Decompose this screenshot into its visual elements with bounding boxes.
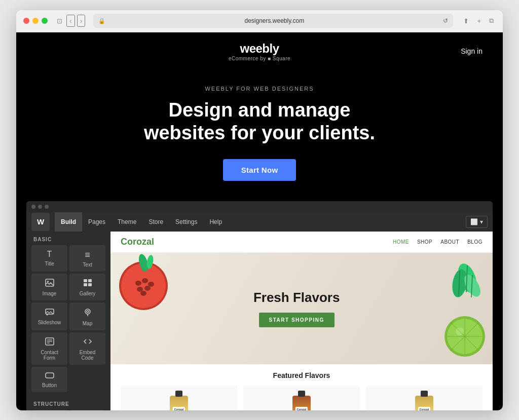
fullscreen-button[interactable] bbox=[42, 18, 48, 24]
editor-logo: W bbox=[31, 213, 50, 231]
url-text: designers.weebly.com bbox=[108, 17, 440, 24]
editor-nav-help[interactable]: Help bbox=[203, 212, 228, 232]
reload-icon[interactable]: ↺ bbox=[443, 17, 448, 24]
basic-items-grid: T Title ≡ Text Image bbox=[26, 245, 110, 396]
sidebar-item-image[interactable]: Image bbox=[31, 274, 67, 300]
editor-nav-store[interactable]: Store bbox=[142, 212, 169, 232]
hero-cta-button[interactable]: Start Now bbox=[223, 159, 296, 181]
svg-rect-5 bbox=[88, 283, 92, 286]
products-grid: Corozal Corozal Corozal bbox=[121, 386, 483, 410]
image-icon bbox=[45, 279, 54, 288]
inner-featured-section: Featured Flavors Corozal Corozal bbox=[110, 364, 493, 410]
svg-rect-4 bbox=[84, 283, 87, 286]
product-label-2: Corozal bbox=[295, 407, 308, 410]
product-bottle-1: Corozal bbox=[170, 396, 188, 410]
svg-rect-3 bbox=[88, 279, 92, 282]
inner-hero-title: Fresh Flavors bbox=[253, 290, 340, 306]
slideshow-label: Slideshow bbox=[38, 320, 61, 325]
editor-nav-settings[interactable]: Settings bbox=[169, 212, 203, 232]
product-card-3[interactable]: Corozal bbox=[366, 386, 483, 410]
hero-title: Design and managewebsites for your clien… bbox=[36, 99, 483, 145]
sidebar-item-gallery[interactable]: Gallery bbox=[69, 274, 105, 300]
close-button[interactable] bbox=[23, 18, 29, 24]
inner-nav-about[interactable]: ABOUT bbox=[440, 239, 459, 245]
browser-controls: ⊡ ‹ › bbox=[55, 15, 85, 27]
address-bar[interactable]: 🔒 designers.weebly.com ↺ bbox=[93, 14, 453, 28]
product-card-2[interactable]: Corozal bbox=[243, 386, 360, 410]
traffic-lights bbox=[23, 18, 48, 24]
browser-window: ⊡ ‹ › 🔒 designers.weebly.com ↺ ⬆ + ⧉ wee… bbox=[16, 10, 503, 410]
inner-nav-home[interactable]: HOME bbox=[393, 239, 409, 245]
svg-rect-15 bbox=[46, 373, 54, 378]
editor-dot-2 bbox=[38, 205, 42, 209]
featured-title: Featured Flavors bbox=[121, 371, 483, 379]
weebly-logo-area: weebly eCommerce by ■ Square bbox=[185, 42, 333, 61]
editor-nav-theme[interactable]: Theme bbox=[112, 212, 142, 232]
contact-form-label: Contact Form bbox=[35, 350, 63, 361]
sidebar-item-text[interactable]: ≡ Text bbox=[69, 245, 105, 272]
contact-form-icon bbox=[45, 337, 54, 347]
text-icon: ≡ bbox=[85, 250, 90, 259]
editor-nav-pages[interactable]: Pages bbox=[82, 212, 112, 232]
tab-switcher-icon[interactable]: ⊡ bbox=[55, 16, 64, 26]
sidebar-item-button[interactable]: Button bbox=[31, 367, 67, 392]
inner-site-nav: HOME SHOP ABOUT BLOG bbox=[393, 239, 483, 245]
sidebar-item-map[interactable]: Map bbox=[69, 302, 105, 330]
svg-point-22 bbox=[135, 281, 141, 286]
sidebar-item-divider[interactable]: Divider bbox=[31, 410, 67, 410]
inner-nav-blog[interactable]: BLOG bbox=[467, 239, 483, 245]
lime-decoration bbox=[442, 314, 488, 359]
editor-dot-1 bbox=[31, 205, 35, 209]
sidebar-item-title[interactable]: T Title bbox=[31, 245, 67, 272]
product-card-1[interactable]: Corozal bbox=[121, 386, 237, 410]
editor-topnav: W Build Pages Theme Store Settings Help … bbox=[26, 212, 493, 232]
embed-code-label: Embed Code bbox=[73, 350, 101, 361]
editor-mockup: W Build Pages Theme Store Settings Help … bbox=[26, 201, 493, 410]
add-tab-button[interactable]: + bbox=[475, 16, 483, 26]
slideshow-icon bbox=[45, 308, 54, 317]
editor-display-button[interactable]: ⬜ ▾ bbox=[466, 216, 488, 228]
sidebar-item-slideshow[interactable]: Slideshow bbox=[31, 302, 67, 330]
sidebar-item-spacer[interactable]: Spacer bbox=[69, 410, 105, 410]
editor-sidebar: BASIC T Title ≡ Text bbox=[26, 232, 110, 410]
inner-nav-shop[interactable]: SHOP bbox=[417, 239, 432, 245]
inner-site-logo: Corozal bbox=[121, 237, 154, 247]
map-icon bbox=[83, 308, 92, 318]
back-button[interactable]: ‹ bbox=[66, 15, 75, 27]
editor-titlebar bbox=[26, 201, 493, 212]
svg-point-25 bbox=[137, 287, 143, 292]
svg-point-24 bbox=[148, 282, 154, 287]
display-icon: ⬜ bbox=[470, 218, 478, 225]
website-content: weebly eCommerce by ■ Square Sign in WEE… bbox=[16, 32, 503, 410]
display-arrow: ▾ bbox=[480, 218, 483, 225]
svg-point-9 bbox=[87, 311, 89, 313]
title-icon: T bbox=[47, 250, 52, 258]
minimize-button[interactable] bbox=[32, 18, 39, 24]
sidebar-item-contact-form[interactable]: Contact Form bbox=[31, 332, 67, 365]
hero-subtitle: WEEBLY FOR WEB DESIGNERS bbox=[36, 86, 483, 92]
svg-point-7 bbox=[46, 314, 48, 315]
inner-hero-text: Fresh Flavors START SHOPPING bbox=[253, 290, 340, 327]
share-button[interactable]: ⬆ bbox=[461, 16, 471, 26]
inner-site-header: Corozal HOME SHOP ABOUT BLOG bbox=[110, 232, 493, 253]
hero-section: WEEBLY FOR WEB DESIGNERS Design and mana… bbox=[16, 70, 503, 201]
svg-point-36 bbox=[456, 327, 464, 335]
svg-rect-2 bbox=[84, 279, 87, 282]
tabs-button[interactable]: ⧉ bbox=[487, 16, 496, 26]
forward-button[interactable]: › bbox=[77, 15, 86, 27]
inner-hero-section: Fresh Flavors START SHOPPING bbox=[110, 253, 493, 364]
sign-in-link[interactable]: Sign in bbox=[461, 47, 483, 55]
basic-section-label: BASIC bbox=[26, 232, 110, 245]
start-shopping-button[interactable]: START SHOPPING bbox=[259, 313, 335, 327]
gallery-icon bbox=[83, 279, 92, 288]
sidebar-item-embed-code[interactable]: Embed Code bbox=[69, 332, 105, 365]
editor-canvas: Corozal HOME SHOP ABOUT BLOG bbox=[110, 232, 493, 410]
browser-actions: ⬆ + ⧉ bbox=[461, 16, 496, 26]
svg-point-27 bbox=[140, 291, 146, 296]
svg-point-23 bbox=[142, 278, 148, 283]
editor-nav-build[interactable]: Build bbox=[55, 212, 82, 232]
editor-body: BASIC T Title ≡ Text bbox=[26, 232, 493, 410]
text-label: Text bbox=[83, 262, 92, 268]
button-icon bbox=[45, 372, 54, 380]
structure-section-label: STRUCTURE bbox=[26, 396, 110, 410]
